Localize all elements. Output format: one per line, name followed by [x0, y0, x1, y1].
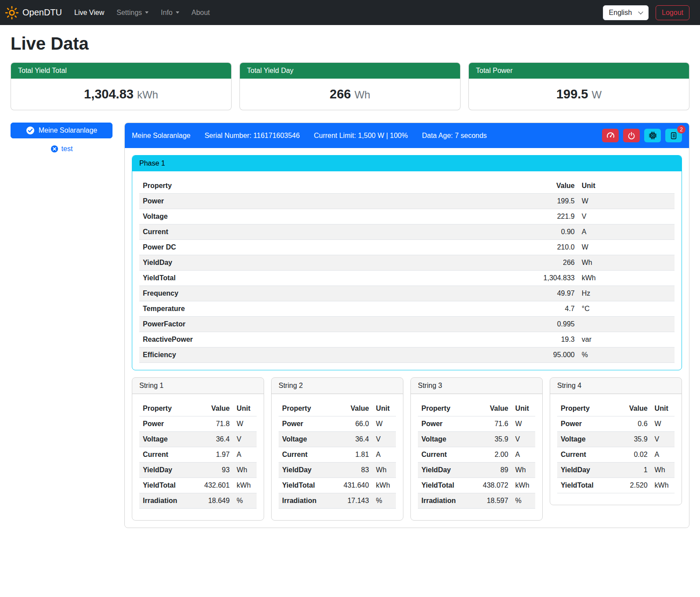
unit-cell: Wh — [512, 463, 535, 478]
summary-value: 266 — [330, 87, 351, 101]
logout-button[interactable]: Logout — [656, 5, 689, 20]
unit-cell: A — [512, 447, 535, 463]
table-row: YieldDay 93 Wh — [139, 463, 257, 478]
column-header-value: Value — [193, 401, 233, 416]
unit-cell: kWh — [233, 478, 257, 493]
limit-settings-button[interactable] — [602, 129, 619, 142]
value-cell: 18.649 — [193, 493, 233, 509]
string-card-title: String 1 — [132, 378, 264, 394]
unit-cell: A — [233, 447, 257, 463]
unit-cell: V — [373, 432, 396, 447]
property-cell: Power — [279, 416, 333, 432]
table-row: Power DC 210.0 W — [139, 240, 675, 255]
table-row: Voltage 36.4 V — [139, 432, 257, 447]
device-info-button[interactable] — [644, 129, 661, 142]
summary-unit: kWh — [137, 89, 158, 101]
unit-cell: A — [578, 224, 675, 240]
table-row: YieldDay 89 Wh — [418, 463, 535, 478]
event-log-button[interactable]: 2 — [665, 129, 682, 142]
check-circle-icon — [26, 126, 35, 135]
inverter-select-button[interactable]: Meine Solaranlage — [11, 123, 112, 138]
value-cell: 35.9 — [472, 432, 512, 447]
property-cell: PowerFactor — [139, 317, 482, 332]
brand-link[interactable]: OpenDTU — [5, 6, 62, 19]
phase-card-title: Phase 1 — [132, 156, 682, 171]
value-cell: 89 — [472, 463, 512, 478]
table-row: YieldTotal 432.601 kWh — [139, 478, 257, 493]
chevron-down-icon — [176, 11, 179, 14]
page-title: Live Data — [11, 34, 689, 54]
table-row: Voltage 35.9 V — [418, 432, 535, 447]
value-cell: 71.8 — [193, 416, 233, 432]
sun-logo-icon — [5, 6, 18, 19]
unit-cell: Hz — [578, 286, 675, 301]
value-cell: 18.597 — [472, 493, 512, 509]
nav-item-about[interactable]: About — [185, 5, 216, 20]
unit-cell: Wh — [373, 463, 396, 478]
unit-cell: W — [512, 416, 535, 432]
property-cell: YieldDay — [139, 255, 482, 271]
value-cell: 93 — [193, 463, 233, 478]
x-circle-icon — [51, 145, 58, 153]
cpu-icon — [649, 131, 657, 140]
table-header-row: Property Value Unit — [418, 401, 535, 416]
unit-cell: Wh — [233, 463, 257, 478]
unit-cell: W — [373, 416, 396, 432]
value-cell: 210.0 — [482, 240, 578, 255]
string-card-1: String 1 Property Value Unit — [132, 377, 264, 521]
power-settings-button[interactable] — [623, 129, 640, 142]
table-row: YieldTotal 431.640 kWh — [279, 478, 396, 493]
inverter-card-body: Phase 1 Property Value Unit — [125, 148, 689, 528]
summary-unit: W — [591, 89, 602, 101]
nav-item-label: About — [192, 9, 210, 17]
summary-card-total-yield-total: Total Yield Total 1,304.83kWh — [11, 62, 232, 110]
inverter-name: Meine Solaranlage — [132, 132, 190, 140]
table-row: Power 66.0 W — [279, 416, 396, 432]
unit-cell: % — [578, 347, 675, 363]
value-cell: 0.90 — [482, 224, 578, 240]
column-header-value: Value — [611, 401, 651, 416]
property-cell: Current — [139, 447, 193, 463]
unit-cell: var — [578, 332, 675, 347]
unit-cell: A — [651, 447, 675, 463]
unit-cell: °C — [578, 301, 675, 317]
summary-card-body: 199.5W — [469, 79, 689, 110]
property-cell: Power — [418, 416, 472, 432]
unit-cell: Wh — [578, 255, 675, 271]
unit-cell: V — [233, 432, 257, 447]
summary-card-title: Total Yield Day — [240, 63, 460, 79]
nav-item-info[interactable]: Info — [155, 5, 185, 20]
value-cell: 35.9 — [611, 432, 651, 447]
nav-item-label: Settings — [116, 9, 142, 17]
string-card-body: Property Value Unit Power 71.8 — [132, 394, 264, 520]
unit-cell: kWh — [578, 271, 675, 286]
inverter-card-header: Meine Solaranlage Serial Number: 1161716… — [125, 123, 689, 148]
property-cell: Irradiation — [139, 493, 193, 509]
nav-item-live-view[interactable]: Live View — [68, 5, 110, 20]
nav-item-settings[interactable]: Settings — [110, 5, 155, 20]
column-header-property: Property — [139, 401, 193, 416]
language-select[interactable]: English — [603, 5, 649, 20]
journal-icon — [670, 132, 678, 140]
property-cell: Voltage — [139, 432, 193, 447]
value-cell: 17.143 — [333, 493, 373, 509]
strings-row: String 1 Property Value Unit — [132, 377, 682, 521]
value-cell: 438.072 — [472, 478, 512, 493]
property-cell: Voltage — [279, 432, 333, 447]
summary-value: 199.5 — [556, 87, 588, 101]
unit-cell: % — [373, 493, 396, 509]
property-cell: YieldTotal — [418, 478, 472, 493]
inverter-test-link[interactable]: test — [11, 145, 112, 153]
phase-card-body: Property Value Unit Power 199.5 — [132, 171, 682, 370]
unit-cell: kWh — [373, 478, 396, 493]
value-cell: 0.6 — [611, 416, 651, 432]
table-row: YieldTotal 438.072 kWh — [418, 478, 535, 493]
summary-card-total-yield-day: Total Yield Day 266Wh — [239, 62, 461, 110]
table-row: YieldTotal 2.520 kWh — [557, 478, 675, 493]
value-cell: 19.3 — [482, 332, 578, 347]
property-cell: Irradiation — [279, 493, 333, 509]
property-cell: YieldTotal — [139, 271, 482, 286]
value-cell: 83 — [333, 463, 373, 478]
summary-value: 1,304.83 — [84, 87, 134, 101]
value-cell: 432.601 — [193, 478, 233, 493]
